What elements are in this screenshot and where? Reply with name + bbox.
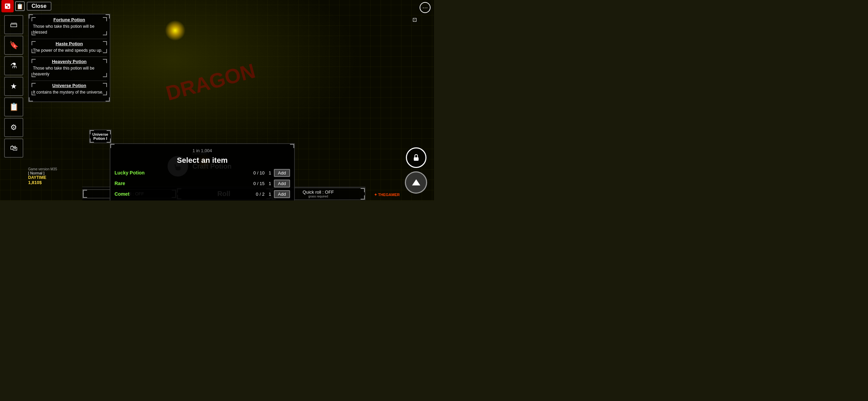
corner-tl: [110, 144, 114, 148]
svg-marker-4: [412, 179, 420, 185]
top-bar: 📋 Close ⋯ ⊡: [0, 0, 434, 12]
game-version-label: Game version M35: [28, 167, 57, 171]
corner-tl: [32, 83, 36, 87]
svg-rect-0: [5, 3, 10, 9]
corner-br: [103, 91, 107, 95]
item-qty-lucky: 1: [269, 170, 271, 175]
sidebar-icon-star[interactable]: ★: [4, 77, 23, 96]
close-label: Close: [32, 3, 47, 9]
light-glow-top: [165, 20, 185, 41]
left-sidebar: 🗃 🔖 ⚗ ★ 📋 ⚙ 🛍: [0, 14, 27, 200]
sidebar-icon-chest[interactable]: 🗃: [4, 15, 23, 34]
game-info: Game version M35 [ Normal ] DAYTIME 1,81…: [28, 167, 57, 185]
universe-potion-entry: Universe Potion It contains the mystery …: [32, 83, 107, 95]
corner-bl: [83, 194, 87, 198]
universe-potion-name: Universe Potion: [32, 83, 107, 88]
info-panel: Fortune Potion Those who take this potio…: [28, 14, 110, 102]
fortune-potion-name: Fortune Potion: [32, 17, 107, 22]
haste-potion-desc: The power of the wind speeds you up.: [32, 48, 107, 53]
corner-bl: [32, 91, 36, 95]
select-item-modal: 1 in 1,004 Select an item Lucky Potion 0…: [110, 143, 295, 200]
heavenly-potion-entry: Heavenly Potion Those who take this poti…: [32, 59, 107, 77]
divider-1: [32, 39, 107, 39]
corner-bl: [32, 31, 36, 35]
selected-item-name: Universe Potion I: [92, 132, 109, 141]
item-row-rare: Rare 0 / 15 1 Add: [114, 180, 290, 187]
heavenly-potion-desc: Those who take this potion will be heave…: [32, 65, 107, 77]
item-row-lucky: Lucky Potion 0 / 10 1 Add: [114, 169, 290, 177]
daytime-label: DAYTIME: [28, 175, 57, 180]
item-qty-comet: 1: [269, 192, 271, 197]
item-name-comet: Comet: [114, 191, 252, 197]
heavenly-potion-name: Heavenly Potion: [32, 59, 107, 64]
haste-potion-entry: Haste Potion The power of the wind speed…: [32, 41, 107, 53]
svg-rect-3: [414, 157, 419, 161]
corner-tl: [32, 41, 36, 45]
corner-tr: [103, 17, 107, 21]
corner-tr: [103, 83, 107, 87]
sidebar-icon-clipboard[interactable]: 📋: [4, 97, 23, 117]
item-count-comet: 0 / 2: [256, 192, 264, 197]
sidebar-icon-settings[interactable]: ⚙: [4, 118, 23, 137]
thegamer-logo: ✦ THEGAMER: [374, 193, 400, 197]
corner-bl: [29, 97, 33, 101]
item-qty-rare: 1: [269, 181, 271, 186]
svg-rect-1: [6, 5, 8, 6]
corner-tl: [90, 130, 94, 134]
sidebar-icon-bag[interactable]: 🛍: [4, 138, 23, 158]
fortune-potion-desc: Those who take this potion will be bless…: [32, 24, 107, 35]
note-icon[interactable]: 📋: [15, 1, 25, 11]
quick-roll-label: Quick roll : OFF: [303, 190, 334, 195]
fortune-potion-entry: Fortune Potion Those who take this potio…: [32, 17, 107, 35]
sidebar-icon-flask[interactable]: ⚗: [4, 56, 23, 75]
corner-br: [106, 97, 110, 101]
svg-rect-2: [8, 6, 9, 8]
divider-3: [32, 81, 107, 81]
crosshair-icon: ⊡: [412, 16, 417, 23]
universe-potion-desc: It contains the mystery of the universe.: [32, 89, 107, 95]
game-mode: [ Normal ]: [28, 171, 57, 175]
corner-br: [103, 73, 107, 77]
corner-br: [361, 195, 365, 199]
corner-br: [103, 49, 107, 53]
corner-br: [103, 31, 107, 35]
bottom-right-controls: [405, 147, 427, 194]
item-count-rare: 0 / 15: [253, 181, 265, 186]
modal-title: Select an item: [114, 156, 290, 165]
corner-tr: [290, 144, 294, 148]
corner-bl: [90, 138, 94, 143]
selected-item-mini-panel[interactable]: Universe Potion I: [89, 130, 111, 143]
haste-potion-name: Haste Potion: [32, 41, 107, 46]
corner-tr: [103, 59, 107, 63]
item-name-rare: Rare: [114, 181, 249, 186]
divider-2: [32, 57, 107, 57]
up-button[interactable]: [405, 171, 427, 194]
sidebar-icon-bookmark[interactable]: 🔖: [4, 36, 23, 55]
add-button-rare[interactable]: Add: [274, 180, 290, 187]
add-button-comet[interactable]: Add: [274, 190, 290, 198]
item-row-comet: Comet 0 / 2 1 Add: [114, 190, 290, 198]
corner-tl: [32, 17, 36, 21]
money-label: 1,810$: [28, 180, 57, 185]
corner-br: [107, 138, 111, 143]
menu-dots-button[interactable]: ⋯: [420, 2, 431, 13]
lock-button[interactable]: [406, 147, 426, 168]
item-name-lucky: Lucky Potion: [114, 170, 249, 175]
corner-bl: [32, 73, 36, 77]
sidebar-icons-container: 🗃 🔖 ⚗ ★ 📋 ⚙ 🛍: [0, 14, 27, 200]
modal-counter: 1 in 1,004: [114, 148, 290, 153]
corner-tl: [32, 59, 36, 63]
corner-tr: [361, 188, 365, 192]
corner-tr: [103, 41, 107, 45]
corner-tr: [107, 130, 111, 134]
add-button-lucky[interactable]: Add: [274, 169, 290, 177]
close-button[interactable]: Close: [27, 2, 51, 11]
item-count-lucky: 0 / 10: [253, 170, 265, 175]
corner-bl: [32, 49, 36, 53]
roblox-logo[interactable]: [1, 0, 14, 12]
